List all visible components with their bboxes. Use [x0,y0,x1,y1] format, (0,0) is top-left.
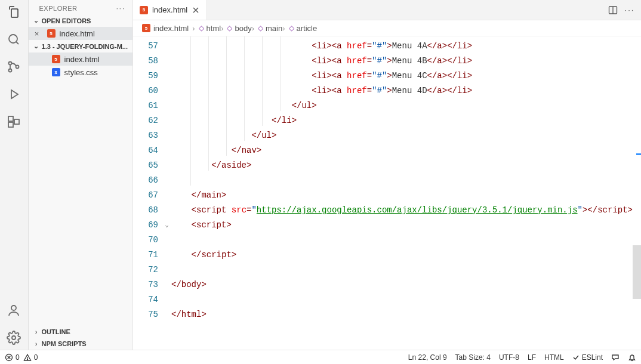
code-line[interactable]: </script> [171,248,633,263]
outline-header[interactable]: › OUTLINE [29,326,132,338]
breadcrumb-segment[interactable]: ◇ body [227,24,251,33]
svg-point-13 [27,359,27,360]
file-label: styles.css [64,68,98,77]
code-line[interactable]: <li><a href="#">Menu 4A</a></li> [171,39,633,54]
breadcrumb-file[interactable]: 5 index.html [141,23,189,33]
code-line[interactable]: </main> [171,188,633,203]
chevron-right-icon: › [32,328,41,335]
svg-point-7 [11,306,16,310]
main-area: 5 index.html ··· 5 index.html [133,0,641,350]
symbol-icon: ◇ [289,24,294,32]
search-icon[interactable] [5,31,22,48]
file-label: index.html [60,29,95,38]
code-line[interactable]: </ul> [171,128,633,143]
status-feedback-icon[interactable] [611,353,620,362]
chevron-right-icon: › [32,340,41,347]
file-item[interactable]: 3 styles.css [29,66,132,79]
source-control-icon[interactable] [5,58,22,75]
sidebar-more-icon[interactable]: ··· [116,5,125,12]
css-file-icon: 3 [51,67,61,77]
html-file-icon: 5 [47,29,56,38]
code-line[interactable]: </body> [171,277,633,292]
fold-icon[interactable]: ⌄ [165,218,169,233]
code-area[interactable]: <li><a href="#">Menu 4A</a></li> <li><a … [171,36,633,350]
status-warnings[interactable]: 0 [23,353,38,362]
svg-rect-4 [8,116,13,121]
code-line[interactable]: </li> [171,113,633,128]
status-errors[interactable]: 0 [5,353,20,362]
svg-rect-5 [8,122,13,127]
status-cursor[interactable]: Ln 22, Col 9 [408,353,447,362]
close-icon[interactable] [191,5,201,15]
chevron-right-icon: › [221,24,223,33]
code-line[interactable]: <li><a href="#">Menu 4D</a></li> [171,84,633,98]
svg-point-2 [9,69,12,72]
symbol-icon: ◇ [227,24,232,32]
svg-point-8 [12,336,16,340]
tab-bar: 5 index.html ··· [133,0,641,20]
html-file-icon: 5 [141,23,151,33]
editor[interactable]: 57585960616263646566676869⌄707172737475 … [133,36,641,350]
status-bell-icon[interactable] [628,353,636,362]
html-file-icon: 5 [51,54,61,64]
code-line[interactable] [171,173,633,188]
activity-bar [0,0,29,350]
status-eol[interactable]: LF [528,353,536,362]
folder-header[interactable]: ⌄ 1.3 - JQUERY-FOLDING-M... [29,40,132,53]
settings-icon[interactable] [5,329,22,346]
sidebar: EXPLORER ··· ⌄ OPEN EDITORS × 5 index.ht… [29,0,133,350]
more-icon[interactable]: ··· [624,5,635,16]
tab-index-html[interactable]: 5 index.html [133,0,207,20]
svg-point-3 [16,66,19,69]
sidebar-title: EXPLORER ··· [29,0,132,14]
code-line[interactable]: </nav> [171,143,633,158]
svg-point-1 [9,62,12,65]
chevron-right-icon: › [252,24,254,33]
file-item[interactable]: 5 index.html [29,53,132,66]
html-file-icon: 5 [139,5,149,15]
split-editor-icon[interactable] [608,5,618,16]
code-line[interactable]: <script src="https://ajax.googleapis.com… [171,203,633,218]
code-line[interactable]: <script> [171,218,633,233]
svg-rect-6 [14,119,19,124]
status-tabsize[interactable]: Tab Size: 4 [455,353,491,362]
chevron-right-icon: › [282,24,285,33]
account-icon[interactable] [5,302,22,319]
open-editors-header[interactable]: ⌄ OPEN EDITORS [29,14,132,27]
code-line[interactable]: </html> [171,307,633,322]
code-line[interactable] [171,233,633,248]
chevron-down-icon: ⌄ [32,17,41,24]
code-line[interactable]: </aside> [171,158,633,173]
code-line[interactable]: <li><a href="#">Menu 4B</a></li> [171,54,633,69]
extensions-icon[interactable] [5,113,22,130]
code-line[interactable]: <li><a href="#">Menu 4C</a></li> [171,69,633,84]
status-encoding[interactable]: UTF-8 [499,353,519,362]
status-bar: 0 0 Ln 22, Col 9 Tab Size: 4 UTF-8 LF HT… [0,350,641,364]
close-icon[interactable]: × [32,29,42,38]
breadcrumb: 5 index.html › ◇ html › ◇ body › ◇ main … [133,20,641,36]
symbol-icon: ◇ [199,24,204,32]
line-number-gutter: 57585960616263646566676869⌄707172737475 [133,36,171,350]
status-language[interactable]: HTML [544,353,564,362]
scrollbar[interactable] [633,36,641,350]
code-line[interactable]: </ul> [171,98,633,113]
tab-label: index.html [152,5,187,14]
file-label: index.html [64,55,100,64]
chevron-down-icon: ⌄ [32,42,41,50]
breadcrumb-segment[interactable]: ◇ article [289,24,318,33]
status-eslint[interactable]: ESLint [572,353,603,362]
debug-icon[interactable] [5,86,22,103]
breadcrumb-segment[interactable]: ◇ html [199,24,221,33]
open-editor-item[interactable]: × 5 index.html [29,27,132,40]
code-line[interactable] [171,292,633,307]
symbol-icon: ◇ [258,24,263,32]
chevron-right-icon: › [192,24,195,33]
npm-scripts-header[interactable]: › NPM SCRIPTS [29,338,132,350]
explorer-icon[interactable] [5,4,22,20]
breadcrumb-segment[interactable]: ◇ main [258,24,282,33]
code-line[interactable] [171,263,633,277]
svg-point-0 [9,35,17,43]
